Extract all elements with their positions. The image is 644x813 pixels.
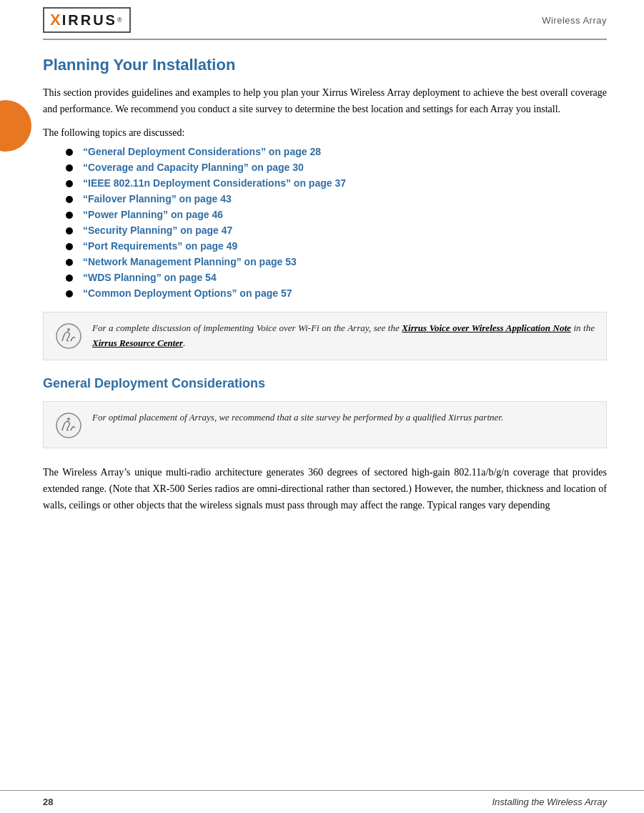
list-item: “Power Planning” on page 46 [66,209,607,220]
list-item: “IEEE 802.11n Deployment Considerations”… [66,177,607,189]
note-box-1: For a complete discussion of implementin… [43,312,607,360]
bullet-dot [66,275,73,282]
list-item-text[interactable]: “General Deployment Considerations” on p… [83,146,321,157]
list-item: “WDS Planning” on page 54 [66,272,607,283]
body-paragraph-2: The Wireless Array’s unique multi-radio … [43,464,607,513]
bullet-dot [66,196,73,203]
list-item-text[interactable]: “Failover Planning” on page 43 [83,193,232,205]
logo-irrus-text: IRRUS [62,12,117,29]
list-item-text[interactable]: “IEEE 802.11n Deployment Considerations”… [83,177,346,189]
footer-page-number: 28 [43,797,53,807]
bullet-dot [66,290,73,297]
logo-x-letter: X [50,11,62,29]
logo: XIRRUS® [43,7,131,33]
page-footer: 28 Installing the Wireless Array [0,790,644,813]
list-item-text[interactable]: “Coverage and Capacity Planning” on page… [83,162,304,173]
list-item: “Coverage and Capacity Planning” on page… [66,162,607,173]
svg-point-2 [56,413,81,438]
topics-list: “General Deployment Considerations” on p… [66,146,607,299]
note1-link2[interactable]: Xirrus Resource Center [92,337,183,348]
note-icon-2 [55,412,82,439]
page-header: XIRRUS® Wireless Array [43,0,607,40]
list-item: “Common Deployment Options” on page 57 [66,287,607,299]
list-item: “General Deployment Considerations” on p… [66,146,607,157]
list-item: “Network Management Planning” on page 53 [66,256,607,267]
note1-content: For a complete discussion of implementin… [92,321,595,351]
bullet-dot [66,259,73,266]
footer-chapter-title: Installing the Wireless Array [492,797,607,807]
bullet-dot [66,180,73,187]
svg-point-1 [67,328,70,331]
svg-point-3 [67,418,70,420]
list-item: “Port Requirements” on page 49 [66,240,607,252]
note1-link1[interactable]: Xirrus Voice over Wireless Application N… [402,322,570,333]
xirrus-logo: XIRRUS® [43,7,131,33]
bullet-dot [66,227,73,235]
note-box-2: For optimal placement of Arrays, we reco… [43,401,607,448]
note1-end: . [183,337,185,348]
list-item-text[interactable]: “Port Requirements” on page 49 [83,240,237,252]
svg-point-0 [56,324,81,348]
topics-intro: The following topics are discussed: [43,127,607,139]
list-item-text[interactable]: “Power Planning” on page 46 [83,209,223,220]
note1-text-start: For a complete discussion of implementin… [92,322,402,333]
list-item-text[interactable]: “WDS Planning” on page 54 [83,272,217,283]
note1-mid: in the [571,322,595,333]
bullet-dot [66,164,73,172]
list-item-text[interactable]: “Network Management Planning” on page 53 [83,256,297,267]
bullet-dot [66,243,73,250]
main-title: Planning Your Installation [43,56,607,74]
bullet-dot [66,149,73,156]
list-item-text[interactable]: “Common Deployment Options” on page 57 [83,287,292,299]
intro-paragraph: This section provides guidelines and exa… [43,84,607,117]
section2-title: General Deployment Considerations [43,376,607,391]
note-icon-1 [55,322,82,350]
list-item: “Failover Planning” on page 43 [66,193,607,205]
header-title: Wireless Array [542,15,607,26]
list-item: “Security Planning” on page 47 [66,225,607,236]
note2-content: For optimal placement of Arrays, we reco… [92,410,503,425]
registered-mark: ® [117,16,124,24]
bullet-dot [66,212,73,219]
list-item-text[interactable]: “Security Planning” on page 47 [83,225,232,236]
